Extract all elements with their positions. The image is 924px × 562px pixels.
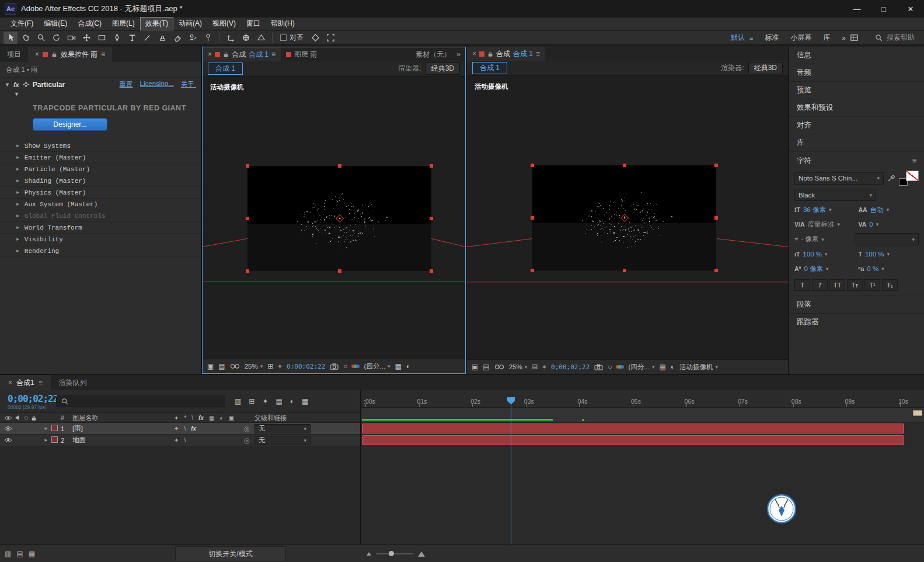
menu-item[interactable]: 视图(V): [208, 18, 240, 30]
snapshot-camera-icon[interactable]: [594, 364, 603, 370]
comp-breadcrumb-button[interactable]: 合成 1: [472, 62, 507, 74]
panel-menu-icon[interactable]: ≡: [271, 50, 276, 58]
eraser-tool-icon[interactable]: [170, 32, 184, 44]
layer-row-rain[interactable]: ► 1 [雨] ✦ \ fx ◎ 无▾: [0, 423, 360, 435]
expand-group-icon[interactable]: ►: [16, 225, 19, 230]
reset-link[interactable]: 重置: [120, 80, 133, 89]
always-preview-icon[interactable]: ▣: [472, 363, 478, 370]
tab-effect-controls[interactable]: × 效果控件 雨 ≡: [28, 47, 112, 62]
fill-color-swatch[interactable]: [906, 171, 919, 181]
puppet-pin-tool-icon[interactable]: [201, 32, 215, 44]
current-timecode[interactable]: 0;00;02;22: [8, 393, 56, 404]
eye-icon[interactable]: [4, 438, 12, 443]
expand-layer-icon[interactable]: ►: [41, 426, 51, 431]
designer-button[interactable]: Designer...: [33, 118, 107, 131]
show-channel-icon[interactable]: [617, 365, 624, 369]
parent-column-header[interactable]: 父级和链接: [254, 414, 360, 422]
effect-group-row[interactable]: ►Rendering: [0, 245, 201, 257]
timeline-search-input[interactable]: [72, 398, 207, 405]
draft-3d-icon[interactable]: ⊞: [249, 398, 254, 405]
text-style-button[interactable]: T: [794, 279, 810, 291]
zoom-slider[interactable]: [376, 553, 413, 554]
parent-pickwhip-icon[interactable]: ◎: [239, 436, 254, 445]
zoom-out-icon[interactable]: [367, 552, 371, 556]
effects-switch[interactable]: fx: [191, 425, 196, 432]
renderer-button[interactable]: 经典3D: [426, 63, 460, 75]
work-area-bar[interactable]: [361, 408, 924, 423]
view-layout-dropdown[interactable]: (四分...▾: [629, 363, 655, 372]
panel-menu-icon[interactable]: ≡: [39, 379, 43, 387]
camera-tool-icon[interactable]: [64, 32, 78, 44]
viewer-canvas[interactable]: 活动摄像机: [467, 76, 788, 359]
shy-switch[interactable]: ✦: [174, 437, 179, 443]
selection-handle[interactable]: [246, 164, 249, 168]
region-of-interest-icon[interactable]: ⌖: [542, 363, 546, 370]
zoom-slider-handle[interactable]: [389, 551, 394, 556]
parent-pickwhip-icon[interactable]: ◎: [239, 425, 254, 433]
panel-menu-icon[interactable]: ≡: [912, 157, 916, 165]
snap-align-control[interactable]: 对齐: [280, 33, 304, 43]
selection-handle[interactable]: [714, 269, 718, 272]
effect-group-row[interactable]: ►Shading (Master): [0, 175, 201, 187]
effect-group-row[interactable]: ►Physics (Master): [0, 187, 201, 199]
close-icon[interactable]: ×: [8, 379, 12, 387]
channel-glasses-icon[interactable]: [230, 363, 240, 369]
pixel-aspect-icon[interactable]: ▦: [660, 363, 666, 370]
grid-guides-icon[interactable]: ⊞: [532, 363, 538, 370]
type-tool-icon[interactable]: [125, 32, 139, 44]
comp-marker-bin-button[interactable]: [913, 410, 922, 416]
selection-handle[interactable]: [430, 164, 433, 168]
tracking-control[interactable]: VA0▾: [859, 218, 919, 230]
text-style-button[interactable]: Tᴛ: [847, 279, 863, 291]
workspace-overflow-icon[interactable]: »: [842, 34, 846, 42]
viewer-timecode[interactable]: 0;00;02;22: [551, 363, 590, 371]
collapse-effect-icon[interactable]: ▼: [5, 82, 10, 88]
audio-column-icon[interactable]: [15, 415, 21, 421]
motion-blur-icon[interactable]: ◐: [290, 398, 294, 405]
camera-select-dropdown[interactable]: 活动摄像机▾: [679, 363, 718, 372]
expand-group-icon[interactable]: ►: [16, 190, 19, 195]
snapshot-camera-icon[interactable]: [330, 363, 339, 370]
magnification-dropdown[interactable]: 25%▾: [509, 363, 528, 370]
workspace-settings-icon[interactable]: [847, 32, 861, 44]
expand-group-icon[interactable]: ►: [16, 166, 19, 172]
selection-handle[interactable]: [714, 164, 718, 167]
effect-group-row[interactable]: ►Visibility: [0, 234, 201, 245]
expand-layer-icon[interactable]: ►: [41, 438, 51, 443]
show-channel-icon[interactable]: [353, 365, 360, 368]
expand-transfer-controls-icon[interactable]: ▤: [16, 550, 23, 557]
axis-local-icon[interactable]: [224, 32, 238, 44]
layer-row-ground[interactable]: ► 2 地面 ✦ \ ◎ 无▾: [0, 435, 360, 446]
workspace-tab[interactable]: 库: [823, 33, 830, 43]
video-column-icon[interactable]: [4, 415, 12, 421]
sidebar-panel-header[interactable]: 预览: [789, 82, 924, 99]
selection-handle[interactable]: [246, 217, 249, 220]
sidebar-panel-header[interactable]: 库: [789, 134, 924, 152]
layer-color-chip[interactable]: [51, 436, 58, 443]
baseline-shift-control[interactable]: Aª0 像素▾: [794, 263, 855, 275]
timeline-search[interactable]: [56, 396, 225, 407]
menu-item[interactable]: 合成(C): [73, 18, 106, 30]
font-family-dropdown[interactable]: Noto Sans S Chin...▾: [794, 172, 884, 185]
help-search[interactable]: 搜索帮助: [875, 33, 920, 43]
workspace-tab[interactable]: 标准: [765, 33, 779, 43]
expand-options-icon[interactable]: ▼: [0, 90, 201, 97]
menu-item[interactable]: 窗口: [242, 18, 265, 30]
brush-tool-icon[interactable]: [140, 32, 154, 44]
expand-group-icon[interactable]: ►: [16, 155, 19, 160]
menu-item[interactable]: 图层(L): [107, 18, 140, 30]
timeline-zoom-control[interactable]: [367, 545, 425, 562]
magnification-dropdown[interactable]: 25%▾: [245, 363, 263, 370]
expand-layer-switches-icon[interactable]: ▥: [5, 550, 11, 557]
axis-view-icon[interactable]: [254, 32, 268, 44]
menu-item[interactable]: 动画(A): [174, 18, 207, 30]
proportional-spacing-control[interactable]: ᵃa0 %▾: [859, 263, 919, 275]
menu-item[interactable]: 文件(F): [6, 18, 38, 30]
viewer-canvas[interactable]: 活动摄像机: [203, 77, 465, 359]
tsume-control[interactable]: ≡- 像素▾: [794, 234, 851, 245]
exposure-icon[interactable]: ◐: [406, 363, 410, 370]
effect-group-row[interactable]: ►Emitter (Master): [0, 152, 201, 164]
quality-switch[interactable]: \: [184, 425, 186, 432]
tab-render-queue[interactable]: 渲染队列: [51, 375, 95, 390]
show-snapshot-icon[interactable]: ○: [343, 363, 347, 370]
